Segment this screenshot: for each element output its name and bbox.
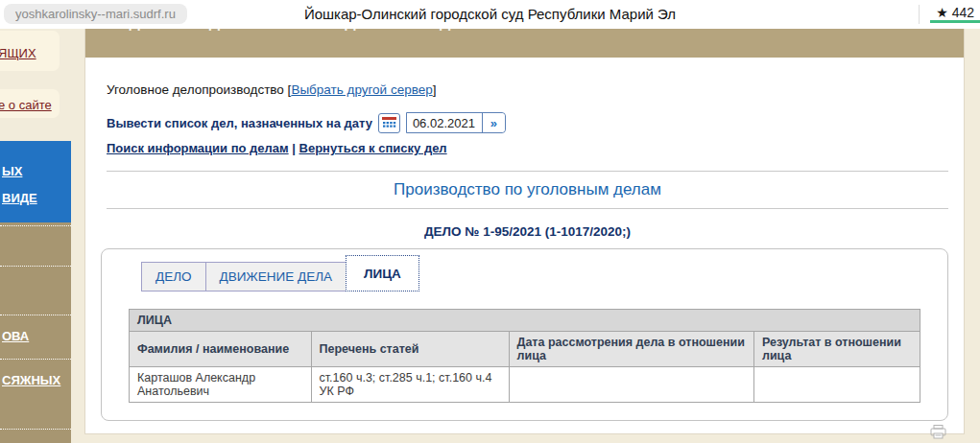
main-content: СУДЕБНОЕ ДЕЛОПРОИЗВОДСТВО. СУДЕБНЫЕ АКТЫ… <box>84 29 965 434</box>
table-caption: ЛИЦА <box>130 310 920 332</box>
divider-top <box>107 171 948 172</box>
date-go-button[interactable]: » <box>482 113 505 132</box>
sidebar-tan-item-3[interactable]: ОВА <box>0 315 71 359</box>
badge-green-underline <box>930 20 980 23</box>
sidebar-box-about: е о сайте <box>0 89 60 118</box>
choose-server-link[interactable]: Выбрать другой сервер <box>291 82 432 97</box>
tab-case-movement[interactable]: ДВИЖЕНИЕ ДЕЛА <box>205 262 347 291</box>
star-icon: ★ <box>936 5 948 20</box>
sidebar-link-about-site[interactable]: е о сайте <box>0 98 52 112</box>
sidebar-tan-item-5 <box>0 429 71 443</box>
sidebar-tan-item-2[interactable] <box>0 266 71 315</box>
section-banner: СУДЕБНОЕ ДЕЛОПРОИЗВОДСТВО. СУДЕБНЫЕ АКТЫ <box>85 29 964 58</box>
sidebar-tan-link-3[interactable]: ОВА <box>2 329 29 343</box>
page-background: ЯЩИХ е о сайте ЫХ ВИДЕ ОВА СЯЖНЫХ <box>0 29 980 443</box>
table-row: Карташов Александр Анатольевич ст.160 ч.… <box>130 367 920 403</box>
date-filter-label: Вывести список дел, назначенных на дату <box>107 116 372 130</box>
badge-count: 442 <box>952 5 974 20</box>
col-name: Фамилия / наименование <box>130 332 312 367</box>
divider-bottom <box>107 208 948 209</box>
case-links-row: Поиск информации по делам | Вернуться к … <box>107 141 948 155</box>
titlebar-divider <box>919 5 920 24</box>
col-articles: Перечень статей <box>311 332 509 367</box>
links-separator: | <box>292 141 296 155</box>
bracket-close: ] <box>433 82 437 97</box>
cell-hearing-date <box>509 367 753 403</box>
cell-result <box>753 367 920 403</box>
date-input-group: » <box>406 112 506 133</box>
table-caption-row: ЛИЦА <box>130 310 920 332</box>
tab-persons[interactable]: ЛИЦА <box>346 255 419 291</box>
persons-table: ЛИЦА Фамилия / наименование Перечень ста… <box>129 309 920 403</box>
table-header-row: Фамилия / наименование Перечень статей Д… <box>130 332 920 367</box>
window-title: Йошкар-Олинский городской суд Республики… <box>0 6 980 22</box>
case-tabs-panel: ДЕЛО ДВИЖЕНИЕ ДЕЛА ЛИЦА ЛИЦА Фамилия / н… <box>101 248 948 421</box>
sidebar: ЯЩИХ е о сайте ЫХ ВИДЕ ОВА СЯЖНЫХ <box>0 29 84 443</box>
printer-icon <box>930 425 946 439</box>
sidebar-box-top: ЯЩИХ <box>0 31 60 71</box>
sidebar-tan-item-1[interactable] <box>0 225 71 266</box>
sidebar-tan-item-4[interactable]: СЯЖНЫХ <box>0 359 71 429</box>
print-button[interactable] <box>930 425 946 443</box>
page-title: Производство по уголовным делам <box>107 180 948 199</box>
sidebar-blue-link-1[interactable]: ЫХ <box>2 164 65 178</box>
sidebar-blue-panel: ЫХ ВИДЕ <box>0 141 71 222</box>
tab-case[interactable]: ДЕЛО <box>141 262 206 291</box>
sidebar-tan-link-4[interactable]: СЯЖНЫХ <box>2 373 60 387</box>
banner-clipped-text: СУДЕБНОЕ ДЕЛОПРОИЗВОДСТВО. СУДЕБНЫЕ АКТЫ <box>107 29 574 32</box>
search-cases-link[interactable]: Поиск информации по делам <box>107 141 289 155</box>
print-row <box>101 425 946 443</box>
back-to-list-link[interactable]: Вернуться к списку дел <box>299 141 447 155</box>
module-title-line: Уголовное делопроизводство [Выбрать друг… <box>107 82 948 97</box>
bookmark-star-badge[interactable]: ★ 442 <box>936 5 974 20</box>
col-hearing-date: Дата рассмотрения дела в отношении лица <box>509 332 753 367</box>
cell-person-name: Карташов Александр Анатольевич <box>130 367 312 403</box>
calendar-button[interactable] <box>378 113 400 133</box>
browser-titlebar: yoshkarolinsky--mari.sudrf.ru Йошкар-Оли… <box>0 0 980 29</box>
date-filter-row: Вывести список дел, назначенных на дату … <box>107 112 948 133</box>
sidebar-link-clipped-1[interactable]: ЯЩИХ <box>0 46 36 60</box>
case-number-title: ДЕЛО № 1-95/2021 (1-1017/2020;) <box>107 224 948 239</box>
date-input[interactable] <box>407 113 482 132</box>
module-title: Уголовное делопроизводство <box>107 82 284 97</box>
col-result: Результат в отношении лица <box>753 332 920 367</box>
calendar-icon <box>382 117 396 129</box>
sidebar-blue-link-2[interactable]: ВИДЕ <box>2 191 65 205</box>
sidebar-tan-menu: ОВА СЯЖНЫХ <box>0 222 71 443</box>
cell-articles: ст.160 ч.3; ст.285 ч.1; ст.160 ч.4 УК РФ <box>311 367 509 403</box>
tab-strip: ДЕЛО ДВИЖЕНИЕ ДЕЛА ЛИЦА <box>142 261 920 291</box>
